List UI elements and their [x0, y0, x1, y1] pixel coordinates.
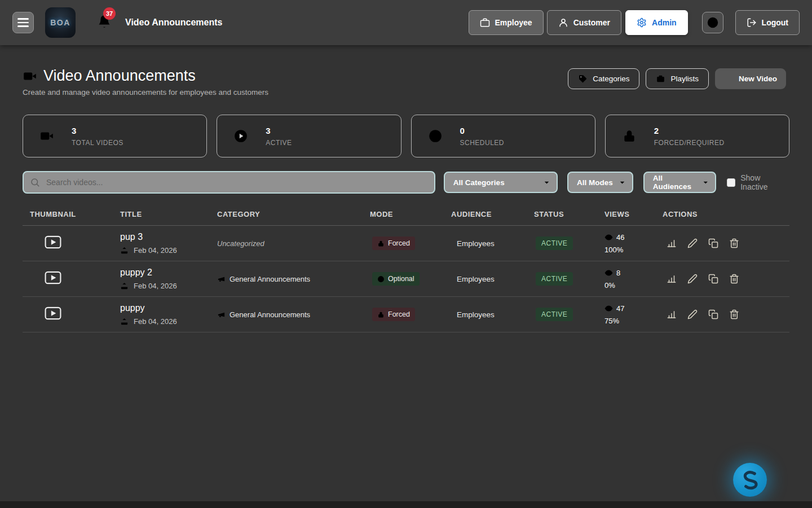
categories-button[interactable]: Categories: [568, 68, 639, 89]
delete-button[interactable]: [729, 274, 739, 284]
table-header-row: THUMBNAIL TITLE CATEGORY MODE AUDIENCE S…: [23, 203, 789, 226]
assistant-fab-button[interactable]: [733, 463, 767, 497]
category-filter-select[interactable]: All Categories: [444, 172, 558, 193]
mode-badge-forced: Forced: [372, 308, 415, 321]
customer-view-button[interactable]: Customer: [547, 10, 621, 35]
new-video-button[interactable]: New Video: [715, 68, 786, 89]
megaphone-icon: [217, 275, 226, 283]
chevron-down-icon: [618, 178, 626, 187]
menu-button[interactable]: [12, 12, 34, 33]
lock-icon: [377, 311, 385, 318]
mode-label: Forced: [388, 310, 410, 318]
help-button[interactable]: [702, 12, 723, 33]
mode-filter-select[interactable]: All Modes: [567, 172, 633, 193]
delete-button[interactable]: [729, 238, 739, 248]
snake-icon: [738, 467, 762, 492]
boa-logo: BOA: [45, 7, 76, 38]
filter-bar: All Categories All Modes All Audiences S…: [23, 171, 789, 194]
tag-icon: [578, 74, 588, 84]
briefcase-icon: [480, 17, 490, 28]
stat-label: SCHEDULED: [460, 139, 505, 147]
video-thumbnail-play-icon[interactable]: [45, 306, 61, 320]
stat-value: 0: [460, 126, 505, 135]
eye-icon: [604, 304, 613, 313]
eye-icon: [604, 269, 613, 277]
show-inactive-label: Show Inactive: [740, 173, 789, 191]
admin-label: Admin: [652, 18, 677, 27]
delete-button[interactable]: [729, 309, 739, 319]
video-date: Feb 04, 2026: [134, 282, 177, 290]
video-date: Feb 04, 2026: [134, 246, 177, 255]
status-badge: ACTIVE: [536, 308, 573, 321]
logout-label: Logout: [762, 18, 788, 27]
video-thumbnail-play-icon[interactable]: [45, 271, 61, 284]
logout-button[interactable]: Logout: [735, 10, 800, 35]
help-icon: [707, 16, 719, 29]
page-header: Video Announcements: [23, 67, 196, 85]
video-camera-icon: [23, 69, 37, 84]
status-badge: ACTIVE: [536, 237, 573, 250]
completion-percent: 100%: [604, 246, 663, 254]
bottom-bar: [0, 501, 812, 508]
category-filter-value: All Categories: [453, 178, 505, 187]
stat-card-forced-required: 2 FORCED/REQUIRED: [605, 115, 789, 157]
status-badge: ACTIVE: [536, 272, 573, 286]
gear-icon: [637, 17, 647, 28]
admin-view-button[interactable]: Admin: [625, 10, 688, 35]
col-header-title: TITLE: [120, 210, 217, 218]
col-header-actions: ACTIONS: [663, 210, 789, 218]
mode-badge-optional: Optional: [372, 272, 420, 286]
video-category: Uncategorized: [217, 239, 264, 248]
playlists-button[interactable]: Playlists: [646, 68, 709, 89]
video-title: pup 3: [120, 232, 217, 242]
video-thumbnail-play-icon[interactable]: [45, 235, 61, 249]
employee-view-button[interactable]: Employee: [469, 10, 544, 35]
video-announcements-app: BOA 37 Video Announcements Employee Cust…: [0, 0, 812, 508]
playlist-icon: [656, 74, 665, 84]
analytics-button[interactable]: [667, 238, 677, 248]
video-audience: Employees: [451, 310, 534, 319]
search-input[interactable]: [23, 171, 435, 194]
employee-label: Employee: [495, 18, 532, 27]
stat-value: 3: [72, 126, 123, 135]
stat-value: 2: [654, 126, 725, 135]
chevron-down-icon: [542, 178, 551, 187]
upload-icon: [120, 246, 129, 255]
view-count: 8: [616, 269, 620, 277]
notifications-button[interactable]: 37: [97, 14, 112, 31]
audience-filter-select[interactable]: All Audiences: [643, 172, 717, 193]
mode-label: Optional: [388, 275, 414, 283]
duplicate-button[interactable]: [708, 309, 718, 319]
category-label: General Announcements: [230, 310, 310, 319]
duplicate-button[interactable]: [708, 238, 718, 248]
mode-badge-forced: Forced: [372, 237, 415, 250]
upload-icon: [120, 317, 129, 326]
audience-filter-value: All Audiences: [653, 174, 701, 191]
edit-button[interactable]: [687, 274, 698, 284]
video-category: General Announcements: [217, 275, 370, 283]
check-circle-icon: [377, 275, 385, 283]
duplicate-button[interactable]: [708, 274, 718, 284]
video-camera-icon: [39, 129, 54, 143]
view-count: 46: [616, 233, 624, 242]
page-subtitle: Create and manage video announcements fo…: [23, 88, 268, 97]
plus-icon: [724, 74, 734, 84]
top-navbar: BOA 37 Video Announcements Employee Cust…: [0, 0, 812, 45]
page-title: Video Announcements: [43, 67, 196, 85]
video-category: General Announcements: [217, 310, 370, 319]
eye-icon: [604, 233, 613, 242]
categories-label: Categories: [593, 75, 629, 83]
analytics-button[interactable]: [667, 309, 677, 319]
edit-button[interactable]: [687, 309, 698, 319]
notification-badge: 37: [103, 7, 116, 20]
analytics-button[interactable]: [667, 274, 677, 284]
col-header-audience: AUDIENCE: [451, 210, 534, 218]
edit-button[interactable]: [687, 238, 698, 248]
category-label: General Announcements: [230, 275, 310, 283]
logout-icon: [747, 17, 757, 28]
playlists-label: Playlists: [670, 75, 699, 83]
table-row: pup 3 Feb 04, 2026 Uncategorized Forced …: [23, 226, 789, 261]
show-inactive-checkbox[interactable]: [727, 178, 735, 187]
col-header-mode: MODE: [370, 210, 451, 218]
video-audience: Employees: [451, 275, 534, 283]
